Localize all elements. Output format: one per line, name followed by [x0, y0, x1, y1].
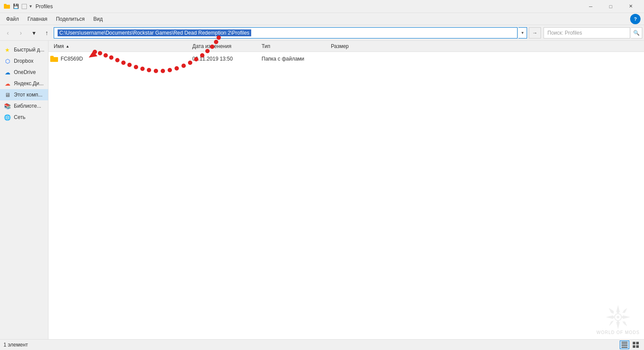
- svg-rect-3: [621, 347, 628, 348]
- network-icon: 🌐: [3, 114, 11, 121]
- sidebar-item-onedrive[interactable]: ☁ OneDrive: [0, 67, 48, 78]
- window-icon: [3, 3, 10, 10]
- address-bar-row: ‹ › ▾ ↑ C:\Users\username\Documents\Rock…: [0, 25, 644, 41]
- forward-icon: ›: [20, 29, 22, 36]
- sidebar-label-thispc: Этот комп...: [14, 92, 42, 98]
- watermark-logo: [605, 304, 631, 330]
- col-header-size[interactable]: Размер: [327, 41, 379, 51]
- search-icon: 🔍: [633, 30, 640, 36]
- svg-marker-33: [606, 315, 615, 319]
- svg-marker-38: [622, 308, 627, 313]
- quick-menu-icon[interactable]: ▾: [29, 3, 32, 9]
- menu-file[interactable]: Файл: [2, 14, 23, 24]
- file-type-cell: Папка с файлами: [258, 56, 327, 62]
- file-list-area: Имя ▲ Дата изменения Тип Размер FC8569D …: [49, 41, 644, 339]
- svg-marker-31: [616, 305, 620, 314]
- library-icon: 📚: [3, 103, 11, 109]
- computer-icon: 🖥: [3, 91, 11, 98]
- svg-marker-32: [616, 321, 620, 329]
- chevron-down-icon: ▾: [32, 29, 36, 36]
- file-name-cell: FC8569D: [50, 56, 189, 62]
- close-button[interactable]: ✕: [621, 0, 641, 13]
- main-layout: ★ Быстрый д... ⬡ Dropbox ☁ OneDrive ☁ Ян…: [0, 41, 644, 339]
- menu-bar: Файл Главная Поделиться Вид ?: [0, 13, 644, 25]
- sidebar-label-yandex: Яндекс.Ди...: [14, 80, 44, 87]
- view-large-button[interactable]: [631, 340, 641, 349]
- title-bar: 💾 ▾ Profiles ─ □ ✕: [0, 0, 644, 13]
- star-icon: ★: [3, 46, 11, 53]
- sidebar-label-onedrive: OneDrive: [14, 69, 36, 75]
- window-controls: ─ □ ✕: [581, 0, 641, 13]
- go-arrow-icon: →: [532, 30, 537, 36]
- col-header-name[interactable]: Имя ▲: [50, 41, 189, 51]
- watermark: WORLD OF MODS: [596, 304, 640, 335]
- sidebar-item-yandex[interactable]: ☁ Яндекс.Ди...: [0, 78, 48, 89]
- svg-rect-2: [621, 345, 628, 346]
- sidebar-label-dropbox: Dropbox: [14, 58, 33, 64]
- sidebar-label-quickaccess: Быстрый д...: [14, 47, 44, 53]
- dropdown-arrow-icon: ▾: [521, 30, 524, 35]
- sidebar-item-dropbox[interactable]: ⬡ Dropbox: [0, 55, 48, 67]
- svg-rect-7: [636, 345, 639, 348]
- search-placeholder: Поиск: Profiles: [547, 30, 582, 36]
- sidebar-item-thispc[interactable]: 🖥 Этот комп...: [0, 89, 48, 100]
- watermark-text: WORLD OF MODS: [596, 330, 640, 335]
- menu-home[interactable]: Главная: [23, 14, 52, 24]
- table-row[interactable]: FC8569D 06.11.2019 13:50 Папка с файлами: [49, 53, 644, 65]
- svg-marker-35: [609, 308, 614, 314]
- maximize-button[interactable]: □: [601, 0, 621, 13]
- details-view-icon: [621, 342, 628, 348]
- up-button[interactable]: ↑: [41, 27, 53, 39]
- file-date-cell: 06.11.2019 13:50: [189, 56, 258, 62]
- svg-rect-4: [633, 342, 635, 344]
- forward-button[interactable]: ›: [15, 27, 27, 39]
- address-text: C:\Users\username\Documents\Rockstar Gam…: [58, 29, 251, 36]
- up-arrow-icon: ↑: [45, 29, 49, 36]
- file-entries: FC8569D 06.11.2019 13:50 Папка с файлами: [49, 52, 644, 339]
- status-bar: 1 элемент: [0, 339, 644, 350]
- quick-rename-icon[interactable]: [22, 4, 27, 9]
- back-icon: ‹: [7, 29, 9, 36]
- back-button[interactable]: ‹: [2, 27, 14, 39]
- view-buttons: [620, 340, 641, 349]
- svg-marker-37: [609, 321, 614, 326]
- svg-marker-36: [622, 321, 627, 326]
- svg-rect-6: [633, 345, 635, 348]
- minimize-button[interactable]: ─: [581, 0, 601, 13]
- col-header-date[interactable]: Дата изменения: [189, 41, 258, 51]
- file-name-text: FC8569D: [61, 56, 83, 62]
- menu-share[interactable]: Поделиться: [52, 14, 89, 24]
- search-button[interactable]: 🔍: [631, 27, 642, 39]
- quick-save-icon[interactable]: 💾: [13, 3, 19, 9]
- svg-marker-34: [621, 315, 630, 319]
- help-button[interactable]: ?: [630, 14, 641, 24]
- col-header-type[interactable]: Тип: [258, 41, 327, 51]
- column-headers: Имя ▲ Дата изменения Тип Размер: [49, 41, 644, 52]
- svg-rect-1: [621, 344, 628, 344]
- dropdown-button[interactable]: ▾: [28, 27, 40, 39]
- address-input[interactable]: C:\Users\username\Documents\Rockstar Gam…: [54, 27, 518, 39]
- sidebar-item-libraries[interactable]: 📚 Библиоте...: [0, 100, 48, 112]
- folder-icon: [50, 56, 58, 62]
- sidebar-item-quickaccess[interactable]: ★ Быстрый д...: [0, 44, 48, 55]
- address-dropdown-button[interactable]: ▾: [518, 27, 527, 39]
- window-title: Profiles: [36, 3, 581, 10]
- status-item-count: 1 элемент: [3, 342, 28, 348]
- sidebar-item-network[interactable]: 🌐 Сеть: [0, 112, 48, 123]
- title-bar-icons: 💾 ▾: [3, 3, 32, 10]
- large-view-icon: [633, 342, 639, 348]
- sidebar-label-network: Сеть: [14, 114, 26, 120]
- svg-point-40: [617, 316, 619, 318]
- menu-view[interactable]: Вид: [89, 14, 107, 24]
- sidebar-label-libraries: Библиоте...: [14, 103, 41, 109]
- svg-rect-5: [636, 342, 639, 344]
- search-bar[interactable]: Поиск: Profiles: [544, 27, 630, 39]
- sort-arrow-name: ▲: [65, 44, 69, 48]
- svg-rect-0: [621, 342, 628, 343]
- sidebar: ★ Быстрый д... ⬡ Dropbox ☁ OneDrive ☁ Ян…: [0, 41, 49, 339]
- view-details-button[interactable]: [620, 340, 629, 349]
- go-button[interactable]: →: [529, 27, 541, 39]
- dropbox-icon: ⬡: [3, 58, 11, 64]
- onedrive-icon: ☁: [3, 69, 11, 76]
- yandex-icon: ☁: [3, 80, 11, 87]
